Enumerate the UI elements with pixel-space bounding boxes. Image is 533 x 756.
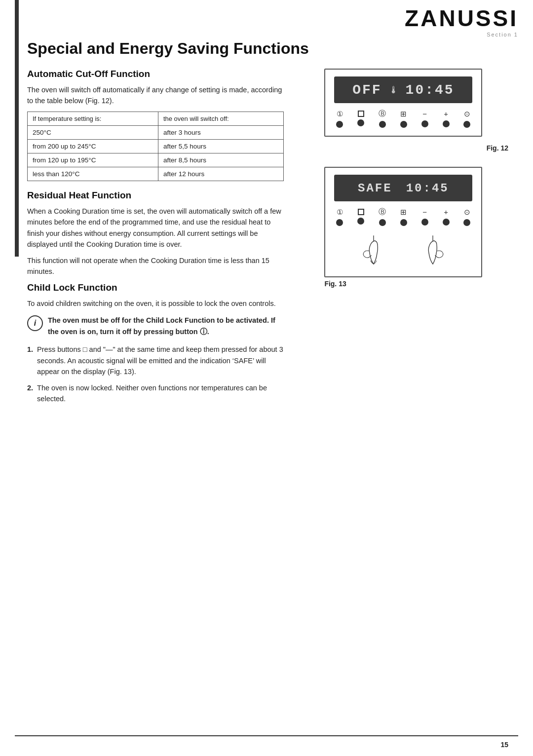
- logo-area: ZANUSSI Section 1: [405, 5, 518, 38]
- f13-ctrl-minus: −: [421, 208, 428, 226]
- cutoff-table: If temperature setting is: the oven will…: [27, 112, 284, 181]
- ctrl-dot-7: [463, 121, 470, 128]
- right-finger-svg: [416, 229, 450, 268]
- ctrl-power: ①: [336, 110, 343, 128]
- b-icon: Ⓑ: [379, 109, 386, 118]
- ctrl-grid: ⊞: [400, 110, 407, 128]
- ctrl-dot-3: [379, 121, 386, 128]
- info-box-text: The oven must be off for the Child Lock …: [48, 315, 284, 337]
- f13-ctrl-dot-3: [379, 219, 386, 226]
- f13-clock-icon: ⊙: [464, 208, 470, 217]
- power-icon: ①: [337, 110, 343, 118]
- f13-ctrl-clock: ⊙: [463, 208, 470, 226]
- f13-ctrl-dot-1: [336, 219, 343, 226]
- f13-ctrl-power: ①: [336, 208, 343, 226]
- child-lock-title: Child Lock Function: [27, 282, 284, 293]
- f13-ctrl-dot-7: [463, 219, 470, 226]
- ctrl-clock: ⊙: [463, 110, 470, 128]
- ctrl-dot-2: [357, 119, 364, 126]
- f13-power-icon: ①: [337, 208, 343, 217]
- ctrl-dot-5: [421, 120, 428, 127]
- finger-illustration-row: [334, 226, 472, 268]
- f13-plus-icon: +: [444, 208, 448, 216]
- step-text: Press buttons □ and "—" at the same time…: [37, 344, 284, 377]
- fig13-label: Fig. 13: [324, 280, 482, 288]
- f13-ctrl-dot-2: [357, 218, 364, 225]
- ctrl-b: Ⓑ: [379, 109, 386, 128]
- ctrl-dot-1: [336, 121, 343, 128]
- child-lock-body: To avoid children switching on the oven,…: [27, 298, 284, 309]
- fig13-time-text: 10:45: [406, 182, 449, 195]
- table-row: from 200 up to 245°Cafter 5,5 hours: [28, 139, 284, 153]
- page-top-bar: [15, 0, 19, 257]
- fig12-label: Fig. 12: [487, 144, 508, 152]
- residual-heat-title: Residual Heat Function: [27, 190, 284, 201]
- step-text: The oven is now locked. Neither oven fun…: [37, 382, 284, 405]
- auto-cutoff-body: The oven will switch off automatically i…: [27, 84, 284, 107]
- f13-minus-icon: −: [422, 208, 427, 216]
- fig12-controls: ① Ⓑ ⊞ −: [334, 109, 472, 128]
- grid-icon: ⊞: [400, 110, 407, 118]
- info-box: i The oven must be off for the Child Loc…: [27, 315, 284, 337]
- bottom-divider: [15, 735, 518, 736]
- table-row: 250°Cafter 3 hours: [28, 125, 284, 139]
- table-row: from 120 up to 195°Cafter 8,5 hours: [28, 153, 284, 167]
- ctrl-dot-4: [400, 121, 407, 128]
- table-cell-time: after 3 hours: [158, 125, 283, 139]
- fig13-display: SAFE 10:45: [334, 175, 472, 201]
- table-cell-time: after 5,5 hours: [158, 139, 283, 153]
- square-icon: [358, 111, 364, 117]
- fig12-display: OFF 🌡 10:45: [334, 76, 472, 103]
- f13-grid-icon: ⊞: [400, 208, 407, 217]
- ctrl-square: [357, 111, 364, 126]
- thermometer-icon: 🌡: [389, 84, 399, 96]
- f13-ctrl-dot-6: [443, 219, 450, 226]
- figure-12-panel: OFF 🌡 10:45 ① Ⓑ: [324, 69, 482, 137]
- f13-ctrl-plus: +: [443, 208, 450, 226]
- table-col1-header: If temperature setting is:: [28, 112, 158, 125]
- table-cell-time: after 12 hours: [158, 167, 283, 181]
- auto-cutoff-title: Automatic Cut-Off Function: [27, 69, 284, 79]
- step-number: 1.: [27, 344, 33, 377]
- table-col2-header: the oven will switch off:: [158, 112, 283, 125]
- f13-square-icon: [358, 209, 364, 215]
- f13-b-icon: Ⓑ: [379, 207, 386, 217]
- left-finger-svg: [356, 229, 391, 268]
- plus-icon: +: [444, 110, 448, 118]
- page-title: Special and Energy Saving Functions: [27, 39, 508, 58]
- f13-ctrl-dot-5: [421, 219, 428, 226]
- residual-heat-body2: This function will not operate when the …: [27, 255, 284, 277]
- list-item: 1.Press buttons □ and "—" at the same ti…: [27, 344, 284, 377]
- f13-ctrl-square: [357, 209, 364, 225]
- f13-ctrl-grid: ⊞: [400, 208, 407, 226]
- right-column: OFF 🌡 10:45 ① Ⓑ: [299, 69, 508, 410]
- ctrl-plus: +: [443, 110, 450, 127]
- table-cell-temp: from 120 up to 195°C: [28, 153, 158, 167]
- step-number: 2.: [27, 382, 33, 405]
- info-icon: i: [27, 315, 43, 331]
- f13-ctrl-dot-4: [400, 219, 407, 226]
- ctrl-dot-6: [443, 120, 450, 127]
- table-cell-temp: from 200 up to 245°C: [28, 139, 158, 153]
- fig13-controls: ① Ⓑ ⊞: [334, 207, 472, 226]
- residual-heat-body1: When a Cooking Duration time is set, the…: [27, 206, 284, 250]
- table-cell-temp: 250°C: [28, 125, 158, 139]
- page-number: 15: [500, 741, 508, 749]
- left-column: Automatic Cut-Off Function The oven will…: [27, 69, 284, 410]
- minus-icon: −: [422, 110, 427, 118]
- brand-logo: ZANUSSI: [405, 5, 518, 32]
- fig12-left-text: OFF: [352, 82, 381, 98]
- child-lock-steps: 1.Press buttons □ and "—" at the same ti…: [27, 344, 284, 404]
- table-cell-temp: less than 120°C: [28, 167, 158, 181]
- f13-ctrl-b: Ⓑ: [379, 207, 386, 226]
- fig13-left-text: SAFE: [358, 182, 392, 195]
- logo-sub: Section 1: [405, 32, 518, 38]
- table-row: less than 120°Cafter 12 hours: [28, 167, 284, 181]
- table-cell-time: after 8,5 hours: [158, 153, 283, 167]
- ctrl-minus: −: [421, 110, 428, 127]
- figure-13-wrapper: SAFE 10:45 ①: [324, 167, 482, 288]
- figure-13-panel: SAFE 10:45 ①: [324, 167, 482, 277]
- clock-icon: ⊙: [464, 110, 470, 118]
- list-item: 2.The oven is now locked. Neither oven f…: [27, 382, 284, 405]
- fig12-right-text: 10:45: [406, 82, 455, 98]
